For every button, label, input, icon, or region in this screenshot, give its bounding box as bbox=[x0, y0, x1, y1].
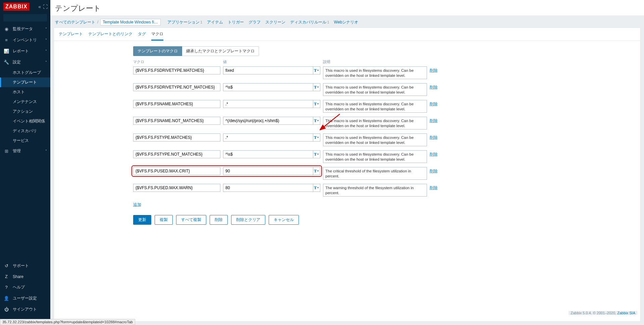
macro-name-input[interactable] bbox=[133, 167, 220, 175]
bottom-item-1[interactable]: ZShare bbox=[0, 271, 50, 282]
bottom-item-4[interactable]: ⏻サインアウト bbox=[0, 304, 50, 315]
bc-item-5[interactable]: ディスカバリルール bbox=[290, 20, 326, 24]
tab-0[interactable]: テンプレート bbox=[59, 31, 83, 41]
breadcrumb-all[interactable]: すべてのテンプレート bbox=[55, 19, 95, 25]
macro-desc-input[interactable] bbox=[323, 133, 427, 146]
bottom-item-0[interactable]: ↺サポート bbox=[0, 260, 50, 271]
sub-item-6[interactable]: ディスカバリ bbox=[0, 126, 50, 136]
macro-name-input[interactable] bbox=[133, 184, 220, 192]
macro-desc-input[interactable] bbox=[323, 167, 427, 180]
sub-item-5[interactable]: イベント相関関係 bbox=[0, 116, 50, 126]
cancel-button[interactable]: キャンセル bbox=[269, 215, 299, 225]
footer-link[interactable]: Zabbix SIA bbox=[617, 311, 635, 315]
bottom-item-2[interactable]: ?ヘルプ bbox=[0, 282, 50, 293]
type-dropdown[interactable]: T bbox=[313, 83, 320, 91]
type-dropdown[interactable]: T bbox=[313, 66, 320, 74]
tab-3[interactable]: マクロ bbox=[151, 31, 163, 41]
bottom-item-3[interactable]: 👤ユーザー設定 bbox=[0, 293, 50, 304]
bc-item-3[interactable]: グラフ bbox=[249, 20, 261, 24]
macro-value-input[interactable] bbox=[223, 167, 313, 175]
add-macro-link[interactable]: 追加 bbox=[133, 202, 141, 208]
nav-icon: ≡ bbox=[3, 38, 9, 43]
macro-name-input[interactable] bbox=[133, 83, 220, 91]
macro-value-input[interactable] bbox=[223, 66, 313, 74]
tab-2[interactable]: タグ bbox=[138, 31, 146, 41]
bc-item-6[interactable]: Webシナリオ bbox=[334, 20, 358, 24]
type-dropdown[interactable]: T bbox=[313, 167, 320, 175]
macro-row-2: T削除 bbox=[133, 100, 636, 113]
full-clone-button[interactable]: すべて複製 bbox=[176, 215, 206, 225]
breadcrumb-current[interactable]: Template Module Windows filesys... bbox=[100, 19, 161, 25]
sub-item-7[interactable]: サービス bbox=[0, 136, 50, 146]
macro-name-input[interactable] bbox=[133, 100, 220, 108]
type-dropdown[interactable]: T bbox=[313, 100, 320, 108]
macro-desc-input[interactable] bbox=[323, 117, 427, 129]
macro-desc-input[interactable] bbox=[323, 184, 427, 197]
sub-item-3[interactable]: メンテナンス bbox=[0, 97, 50, 107]
macro-value-input[interactable] bbox=[223, 83, 313, 91]
macro-value-input[interactable] bbox=[223, 133, 313, 142]
delete-clear-button[interactable]: 削除とクリア bbox=[231, 215, 265, 225]
macro-desc-input[interactable] bbox=[323, 66, 427, 79]
collapse-icon[interactable]: « bbox=[38, 4, 41, 9]
clone-button[interactable]: 複製 bbox=[155, 215, 173, 225]
chevron-icon: ˅ bbox=[45, 38, 47, 42]
macro-name-input[interactable] bbox=[133, 66, 220, 74]
type-dropdown[interactable]: T bbox=[313, 117, 320, 125]
bottom-icon: Z bbox=[3, 274, 9, 279]
macro-row-4: T削除 bbox=[133, 133, 636, 146]
type-dropdown[interactable]: T bbox=[313, 184, 320, 192]
nav-item-0[interactable]: ◉監視データ˅ bbox=[0, 23, 50, 35]
footer-text: Zabbix 5.0.4. © 2001–2020, bbox=[571, 311, 617, 315]
sub-item-2[interactable]: ホスト bbox=[0, 87, 50, 97]
macro-value-input[interactable] bbox=[223, 184, 313, 192]
macro-desc-input[interactable] bbox=[323, 83, 427, 96]
type-dropdown[interactable]: T bbox=[313, 150, 320, 158]
delete-button[interactable]: 削除 bbox=[210, 215, 228, 225]
macro-value-input[interactable] bbox=[223, 100, 313, 108]
collapse-buttons[interactable]: « ⛶ bbox=[38, 4, 50, 9]
macro-name-input[interactable] bbox=[133, 150, 220, 158]
bottom-icon: ↺ bbox=[3, 263, 9, 268]
nav-label-admin: 管理 bbox=[13, 148, 21, 154]
value-wrap: T bbox=[223, 100, 320, 108]
delete-macro-link[interactable]: 削除 bbox=[430, 117, 438, 124]
delete-macro-link[interactable]: 削除 bbox=[430, 83, 438, 90]
delete-macro-link[interactable]: 削除 bbox=[430, 100, 438, 107]
update-button[interactable]: 更新 bbox=[133, 215, 151, 225]
search-input[interactable] bbox=[5, 15, 55, 20]
seg-own-macros[interactable]: テンプレートのマクロ bbox=[133, 46, 182, 56]
bc-item-1[interactable]: アイテム bbox=[207, 20, 223, 24]
nav-item-1[interactable]: ≡インベントリ˅ bbox=[0, 35, 50, 46]
delete-macro-link[interactable]: 削除 bbox=[430, 150, 438, 157]
macro-desc-input[interactable] bbox=[323, 150, 427, 163]
seg-inherited-macros[interactable]: 継承したマクロとテンプレートマクロ bbox=[182, 46, 259, 56]
admin-icon: ⊞ bbox=[3, 149, 9, 154]
bc-item-2[interactable]: トリガー bbox=[228, 20, 244, 24]
bottom-icon: ⏻ bbox=[3, 307, 9, 312]
bc-item-4[interactable]: スクリーン bbox=[265, 20, 285, 24]
tab-1[interactable]: テンプレートとのリンク bbox=[88, 31, 132, 41]
macro-value-input[interactable] bbox=[223, 117, 313, 125]
macro-name-input[interactable] bbox=[133, 117, 220, 125]
nav-item-2[interactable]: 📊レポート˅ bbox=[0, 46, 50, 57]
delete-macro-link[interactable]: 削除 bbox=[430, 184, 438, 191]
nav-item-3[interactable]: 🔧設定˄ bbox=[0, 57, 50, 68]
type-dropdown[interactable]: T bbox=[313, 133, 320, 142]
fullscreen-icon[interactable]: ⛶ bbox=[43, 4, 48, 9]
delete-macro-link[interactable]: 削除 bbox=[430, 133, 438, 141]
macro-desc-input[interactable] bbox=[323, 100, 427, 113]
nav-icon: 🔧 bbox=[3, 60, 9, 65]
sub-item-4[interactable]: アクション bbox=[0, 107, 50, 116]
breadcrumb-sep: / bbox=[97, 20, 98, 24]
macro-value-input[interactable] bbox=[223, 150, 313, 158]
sub-item-0[interactable]: ホストグループ bbox=[0, 68, 50, 77]
sub-item-1[interactable]: テンプレート bbox=[0, 77, 50, 87]
delete-macro-link[interactable]: 削除 bbox=[430, 66, 438, 73]
macro-row-5: T削除 bbox=[133, 150, 636, 163]
macro-name-input[interactable] bbox=[133, 133, 220, 142]
bc-item-0[interactable]: アプリケーション bbox=[167, 20, 200, 24]
macro-row-3: T削除 bbox=[133, 117, 636, 129]
delete-macro-link[interactable]: 削除 bbox=[430, 167, 438, 174]
nav-admin[interactable]: ⊞ 管理 ˅ bbox=[0, 146, 50, 157]
